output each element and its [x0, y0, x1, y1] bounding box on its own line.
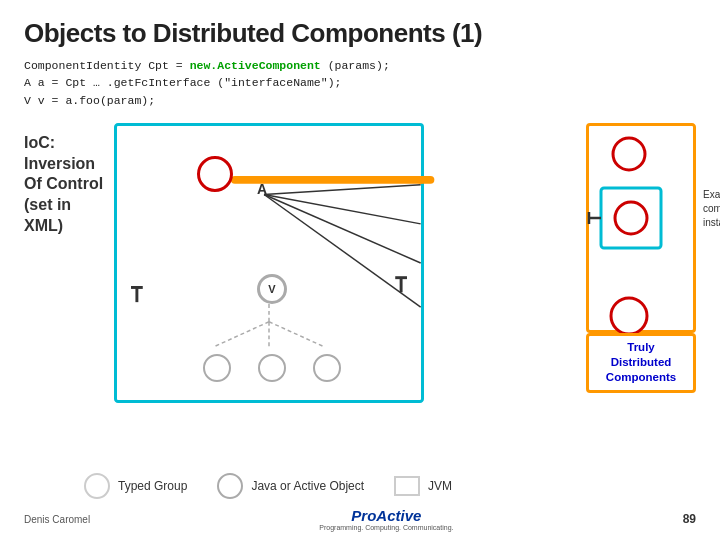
code-line3: V v = a.foo(param); — [24, 94, 155, 107]
svg-line-2 — [264, 184, 421, 194]
code-block: ComponentIdentity Cpt = new.ActiveCompon… — [24, 57, 696, 109]
ioc-label: IoC: Inversion Of Control (set in XML) — [24, 133, 114, 237]
svg-point-14 — [613, 138, 645, 170]
node-v: V — [257, 274, 287, 304]
svg-point-16 — [615, 202, 647, 234]
truly-label: Truly Distributed Components — [602, 336, 680, 389]
node-a-label: A — [257, 181, 267, 197]
legend-circle-typed — [84, 473, 110, 499]
component-svg — [589, 126, 693, 330]
legend-java-object: Java or Active Object — [217, 473, 364, 499]
tree-node-left — [203, 354, 231, 382]
logo-sub-text: Programming. Computing. Communicating. — [319, 524, 453, 532]
node-v-label: V — [268, 283, 275, 295]
legend-jvm: JVM — [394, 476, 452, 496]
legend-row: Typed Group Java or Active Object JVM — [84, 473, 696, 499]
truly-distributed-box: Truly Distributed Components — [586, 333, 696, 393]
component-outer-box: Example of component instance — [586, 123, 696, 333]
legend-square-jvm — [394, 476, 420, 496]
footer-logo: ProActive Programming. Computing. Commun… — [319, 507, 453, 532]
footer-page-number: 89 — [683, 512, 696, 526]
diagram-box: A V — [114, 123, 424, 403]
legend-typed-label: Typed Group — [118, 479, 187, 493]
code-line1-highlight: new.ActiveComponent — [190, 59, 321, 72]
right-panel: Example of component instance Truly Dist… — [434, 123, 696, 403]
legend-circle-java — [217, 473, 243, 499]
main-diagram-area: IoC: Inversion Of Control (set in XML) — [24, 123, 696, 463]
node-top — [197, 156, 233, 192]
slide: Objects to Distributed Components (1) Co… — [0, 0, 720, 540]
svg-line-11 — [269, 321, 323, 345]
svg-line-4 — [264, 194, 421, 263]
example-label: Example of component instance — [703, 188, 720, 230]
footer-author: Denis Caromel — [24, 514, 90, 525]
svg-rect-15 — [601, 188, 661, 248]
footer: Denis Caromel ProActive Programming. Com… — [0, 507, 720, 532]
tree-node-mid — [258, 354, 286, 382]
logo-main-text: ProActive — [351, 507, 421, 524]
tree-node-right — [313, 354, 341, 382]
legend-java-label: Java or Active Object — [251, 479, 364, 493]
legend-typed-group: Typed Group — [84, 473, 187, 499]
code-line1-plain: ComponentIdentity Cpt = — [24, 59, 190, 72]
legend-jvm-label: JVM — [428, 479, 452, 493]
slide-title: Objects to Distributed Components (1) — [24, 18, 696, 49]
code-line1-end: (params); — [321, 59, 390, 72]
svg-point-17 — [611, 298, 647, 334]
svg-line-9 — [215, 321, 269, 345]
code-line2: A a = Cpt … .getFcInterface ("interfaceN… — [24, 76, 341, 89]
svg-line-3 — [264, 194, 421, 223]
svg-line-5 — [264, 194, 421, 307]
